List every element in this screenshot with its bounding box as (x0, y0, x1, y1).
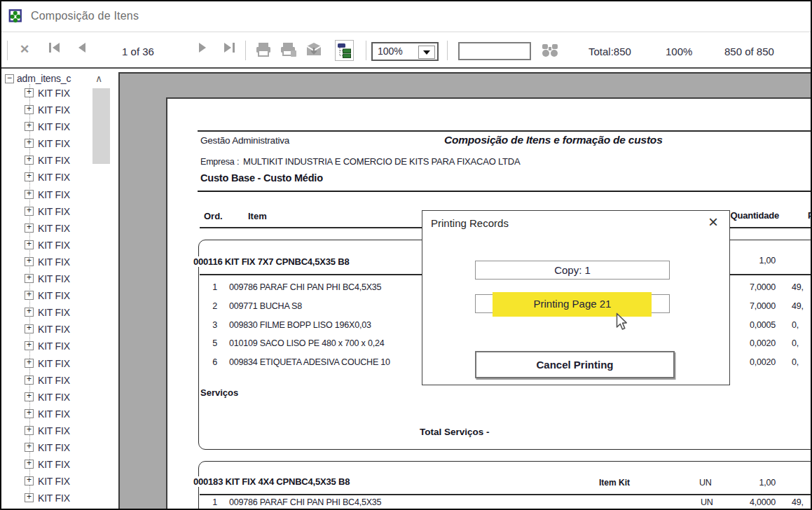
first-page-button[interactable] (49, 43, 60, 53)
expand-plus-icon[interactable]: + (25, 291, 34, 300)
item-cost-clipped: 0, (792, 338, 799, 348)
search-binoculars-icon[interactable] (541, 42, 559, 59)
report-subtitle: Custo Base - Custo Médio (200, 172, 323, 184)
tree-item-kit-fix[interactable]: + KIT FIX (1, 321, 116, 338)
expand-plus-icon[interactable]: + (25, 324, 34, 333)
expand-plus-icon[interactable]: + (25, 172, 34, 181)
close-icon[interactable]: × (708, 214, 718, 230)
last-page-button[interactable] (224, 43, 235, 53)
tree-item-kit-fix[interactable]: + KIT FIX (1, 186, 116, 203)
print-setup-icon[interactable] (280, 41, 297, 58)
search-input[interactable] (458, 42, 531, 60)
item-description: 009786 PARAF CHI PAN PHI BC4,5X35 (229, 497, 381, 507)
copy-status-text: Copy: 1 (554, 264, 591, 276)
tree-root-label: adm_itens_c (17, 73, 71, 84)
toolbar-separator (245, 41, 246, 60)
tree-item-kit-fix[interactable]: + KIT FIX (1, 169, 116, 186)
expand-plus-icon[interactable]: + (25, 375, 34, 385)
tree-item-kit-fix[interactable]: + KIT FIX (1, 389, 116, 406)
expand-plus-icon[interactable]: + (25, 105, 34, 114)
tree-item-kit-fix[interactable]: + KIT FIX (1, 102, 116, 118)
expand-plus-icon[interactable]: + (25, 274, 34, 283)
column-header-clipped: P (808, 210, 812, 221)
item-description: 009830 FILME BOPP LISO 196X0,03 (229, 320, 371, 330)
export-icon[interactable] (305, 41, 322, 58)
collapse-minus-icon[interactable]: − (5, 74, 14, 83)
company-label: Empresa : (200, 157, 239, 167)
expand-plus-icon[interactable]: + (25, 223, 34, 233)
tree-item-kit-fix[interactable]: + KIT FIX (1, 490, 116, 506)
item-cost-clipped: 49, (792, 497, 804, 507)
toggle-group-tree-button[interactable] (335, 40, 354, 61)
expand-plus-icon[interactable]: + (25, 460, 34, 469)
zoom-level-select[interactable]: 100% (371, 42, 439, 61)
tree-item-kit-fix[interactable]: + KIT FIX (1, 237, 116, 254)
tree-item-kit-fix[interactable]: + KIT FIX (1, 118, 116, 135)
tree-item-label: KIT FIX (38, 290, 70, 301)
tree-item-kit-fix[interactable]: + KIT FIX (1, 338, 116, 354)
expand-plus-icon[interactable]: + (25, 443, 34, 452)
expand-plus-icon[interactable]: + (25, 139, 34, 148)
expand-plus-icon[interactable]: + (25, 88, 34, 97)
tree-item-label: KIT FIX (38, 88, 70, 99)
tree-item-kit-fix[interactable]: + KIT FIX (1, 473, 116, 490)
tree-item-kit-fix[interactable]: + KIT FIX (1, 152, 116, 169)
tree-item-kit-fix[interactable]: + KIT FIX (1, 203, 116, 220)
tree-item-label: KIT FIX (38, 375, 70, 386)
tree-item-kit-fix[interactable]: + KIT FIX (1, 372, 116, 389)
copy-status-field: Copy: 1 (475, 261, 670, 280)
item-ord: 5 (205, 338, 217, 348)
tree-item-kit-fix[interactable]: + KIT FIX (1, 456, 116, 473)
tree-item-label: KIT FIX (38, 138, 70, 149)
expand-plus-icon[interactable]: + (25, 392, 34, 401)
tree-item-kit-fix[interactable]: + KIT FIX (1, 135, 116, 152)
tree-item-kit-fix[interactable]: + KIT FIX (1, 287, 116, 304)
tree-item-kit-fix[interactable]: + KIT FIX (1, 406, 116, 422)
cancel-printing-button[interactable]: Cancel Printing (475, 351, 675, 378)
expand-plus-icon[interactable]: + (25, 156, 34, 165)
zoom-dropdown-button[interactable] (418, 46, 435, 59)
expand-plus-icon[interactable]: + (25, 476, 34, 485)
tree-item-label: KIT FIX (38, 189, 70, 200)
expand-plus-icon[interactable]: + (25, 426, 34, 435)
item-description: 009834 ETIQUETA ADESIVA COUCHE 10 (229, 357, 390, 367)
tree-item-label: KIT FIX (38, 358, 70, 369)
column-header-item: Item (248, 211, 267, 221)
report-rule (198, 130, 812, 132)
tree-item-kit-fix[interactable]: + KIT FIX (1, 270, 116, 287)
expand-plus-icon[interactable]: + (25, 359, 34, 368)
item-description: 009786 PARAF CHI PAN PHI BC4,5X35 (229, 282, 381, 292)
item-ord: 2 (205, 301, 217, 311)
window-title: Composição de Itens (31, 10, 139, 22)
expand-plus-icon[interactable]: + (25, 341, 34, 350)
tree-item-label: KIT FIX (38, 492, 70, 504)
tree-item-kit-fix[interactable]: + KIT FIX (1, 220, 116, 237)
expand-plus-icon[interactable]: + (25, 409, 34, 418)
tree-item-kit-fix[interactable]: + KIT FIX (1, 254, 116, 270)
expand-plus-icon[interactable]: + (25, 240, 34, 249)
print-icon[interactable] (255, 41, 272, 58)
tree-item-kit-fix[interactable]: + KIT FIX (1, 422, 116, 439)
expand-plus-icon[interactable]: + (25, 207, 34, 216)
tree-item-kit-fix[interactable]: + KIT FIX (1, 304, 116, 321)
group2-header: 000183 KIT FIX 4X4 CPNBC4,5X35 B8 (191, 476, 352, 487)
item-ord: 6 (205, 357, 217, 367)
tree-item-kit-fix[interactable]: + KIT FIX (1, 355, 116, 372)
scroll-up-icon[interactable]: ∧ (95, 73, 102, 84)
expand-plus-icon[interactable]: + (25, 257, 34, 266)
expand-plus-icon[interactable]: + (25, 122, 34, 131)
next-page-arrow-icon (199, 43, 206, 53)
tree-item-kit-fix[interactable]: + KIT FIX (1, 439, 116, 456)
total-records-label: Total:850 (589, 46, 631, 57)
stop-loading-icon[interactable]: ✕ (20, 42, 29, 57)
tree-item-kit-fix[interactable]: + KIT FIX (1, 85, 116, 102)
expand-plus-icon[interactable]: + (25, 493, 34, 502)
expand-plus-icon[interactable]: + (25, 190, 34, 199)
services-total-label: Total Serviços - (420, 427, 490, 437)
expand-plus-icon[interactable]: + (25, 308, 34, 317)
previous-page-button[interactable] (78, 43, 85, 53)
group-tree-icon (337, 42, 352, 59)
next-page-button[interactable] (199, 43, 206, 53)
column-header-ord: Ord. (204, 211, 223, 221)
tree-item-label: KIT FIX (38, 273, 70, 284)
